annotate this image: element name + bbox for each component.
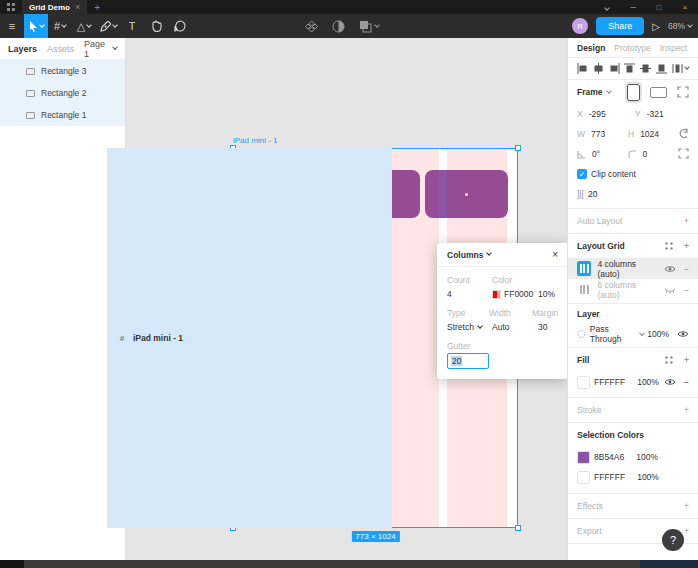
landscape-orientation-button[interactable] xyxy=(650,87,667,98)
selection-color-swatch[interactable] xyxy=(577,471,590,484)
blend-mode-select[interactable]: Pass Through xyxy=(590,324,643,344)
window-maximize-button[interactable]: □ xyxy=(646,3,672,12)
page-selector[interactable]: Page 1 xyxy=(84,39,117,59)
color-hex[interactable]: FF0000 xyxy=(504,289,533,299)
layer-row-frame[interactable]: # iPad mini - 1 xyxy=(107,148,392,528)
remove-grid-icon[interactable]: − xyxy=(684,264,689,274)
tab-prototype[interactable]: Prototype xyxy=(614,43,650,53)
eye-icon[interactable] xyxy=(664,265,676,273)
pen-tool-button[interactable] xyxy=(96,14,120,38)
grid-styles-icon[interactable] xyxy=(664,241,674,251)
popup-title-control[interactable]: Columns xyxy=(447,250,491,260)
move-tool-button[interactable] xyxy=(24,14,48,38)
selection-color-opacity[interactable]: 100% xyxy=(636,452,658,462)
main-menu-button[interactable]: ≡ xyxy=(0,14,24,38)
add-grid-button[interactable]: + xyxy=(684,241,689,251)
width-input[interactable]: Auto xyxy=(492,322,538,332)
width-field[interactable]: W773 xyxy=(577,129,624,139)
align-right-icon[interactable] xyxy=(609,63,620,74)
tab-close-icon[interactable]: × xyxy=(75,2,80,12)
fill-opacity-value[interactable]: 100% xyxy=(637,377,659,387)
shape-tool-button[interactable]: △ xyxy=(72,14,96,38)
margin-input[interactable]: 30 xyxy=(538,322,558,332)
new-tab-button[interactable]: + xyxy=(94,2,100,13)
document-tab[interactable]: Grid Demo × xyxy=(22,0,87,14)
independent-corners-icon[interactable] xyxy=(678,148,689,161)
present-button[interactable]: ▷ xyxy=(652,21,660,32)
layout-grid-row-4col[interactable]: 4 columns (auto) − xyxy=(568,258,698,279)
tab-assets[interactable]: Assets xyxy=(47,44,74,54)
align-left-icon[interactable] xyxy=(577,63,588,74)
corner-radius-field[interactable]: 0 xyxy=(628,149,675,159)
selection-color-opacity[interactable]: 100% xyxy=(637,472,659,482)
resize-to-fit-icon[interactable] xyxy=(677,86,689,98)
selection-handle[interactable] xyxy=(515,525,521,531)
rotation-field[interactable]: 0° xyxy=(577,149,624,159)
clip-content-checkbox[interactable]: ✓ xyxy=(577,169,587,179)
selection-color-row[interactable]: 8B54A6 100% xyxy=(577,447,689,467)
text-tool-button[interactable]: T xyxy=(120,14,144,38)
frame-label[interactable]: iPad mini - 1 xyxy=(233,136,277,145)
add-fill-button[interactable]: + xyxy=(684,355,689,365)
hand-tool-button[interactable] xyxy=(144,14,168,38)
zoom-control[interactable]: 68% xyxy=(668,21,692,31)
window-minimize-button[interactable]: ─ xyxy=(620,3,646,12)
share-button[interactable]: Share xyxy=(596,17,644,35)
distribute-control[interactable] xyxy=(672,63,689,74)
window-close-button[interactable]: × xyxy=(672,3,698,12)
layout-grid-row-6col[interactable]: 6 columns (auto) − xyxy=(568,279,698,300)
fill-color-swatch[interactable] xyxy=(577,376,590,389)
layer-row-rectangle3[interactable]: Rectangle 3 xyxy=(0,60,125,82)
frame-gutter-row[interactable]: ]|[ 20 xyxy=(577,184,689,204)
add-auto-layout-button[interactable]: + xyxy=(684,216,689,226)
layer-row-rectangle1[interactable]: Rectangle 1 xyxy=(0,104,125,126)
avatar[interactable]: R xyxy=(572,18,588,34)
add-effect-button[interactable]: + xyxy=(684,501,689,511)
add-stroke-button[interactable]: + xyxy=(684,405,689,415)
selection-color-swatch[interactable] xyxy=(577,451,590,464)
columns-grid-icon[interactable] xyxy=(577,261,591,276)
selection-color-row[interactable]: FFFFFF 100% xyxy=(577,467,689,487)
align-vertical-center-icon[interactable] xyxy=(640,63,651,74)
window-menu-chevron-icon[interactable] xyxy=(594,3,620,12)
tab-layers[interactable]: Layers xyxy=(8,44,37,54)
align-bottom-icon[interactable] xyxy=(656,63,667,74)
frame-type-select[interactable]: Frame xyxy=(577,87,611,97)
selection-color-hex[interactable]: FFFFFF xyxy=(594,472,625,482)
count-input[interactable]: 4 xyxy=(447,289,492,299)
tab-inspect[interactable]: Inspect xyxy=(660,43,687,53)
help-button[interactable]: ? xyxy=(662,529,684,551)
layer-row-rectangle2[interactable]: Rectangle 2 xyxy=(0,82,125,104)
color-opacity[interactable]: 10% xyxy=(538,289,558,299)
component-icon[interactable] xyxy=(305,20,318,33)
selection-handle[interactable] xyxy=(515,145,521,151)
y-field[interactable]: Y-321 xyxy=(635,109,689,119)
boolean-group-control[interactable] xyxy=(359,20,379,33)
remove-fill-icon[interactable]: − xyxy=(684,377,689,387)
align-top-icon[interactable] xyxy=(624,63,635,74)
frame-tool-button[interactable]: # xyxy=(48,14,72,38)
add-export-button[interactable]: + xyxy=(684,526,689,536)
clip-content-row[interactable]: ✓ Clip content xyxy=(577,164,689,184)
eye-closed-icon[interactable] xyxy=(664,286,676,294)
fill-hex-value[interactable]: FFFFFF xyxy=(594,377,625,387)
selection-color-hex[interactable]: 8B54A6 xyxy=(594,452,624,462)
columns-grid-icon[interactable] xyxy=(577,282,591,297)
remove-grid-icon[interactable]: − xyxy=(684,285,689,295)
constrain-proportions-icon[interactable] xyxy=(679,128,689,141)
popup-close-icon[interactable]: × xyxy=(552,249,558,260)
fill-styles-icon[interactable] xyxy=(664,355,674,365)
portrait-orientation-button[interactable] xyxy=(627,84,640,101)
align-horizontal-center-icon[interactable] xyxy=(593,63,604,74)
comment-tool-button[interactable] xyxy=(168,14,192,38)
layer-opacity-value[interactable]: 100% xyxy=(647,329,669,339)
fill-row[interactable]: FFFFFF 100% − xyxy=(577,372,689,392)
height-field[interactable]: H1024 xyxy=(628,129,675,139)
x-field[interactable]: X-295 xyxy=(577,109,631,119)
eye-icon[interactable] xyxy=(677,330,689,338)
eye-icon[interactable] xyxy=(664,378,676,386)
tab-design[interactable]: Design xyxy=(577,43,605,53)
gutter-input[interactable]: 20 xyxy=(447,353,489,369)
color-control[interactable]: FF0000 xyxy=(492,289,538,299)
mask-icon[interactable] xyxy=(332,20,345,33)
